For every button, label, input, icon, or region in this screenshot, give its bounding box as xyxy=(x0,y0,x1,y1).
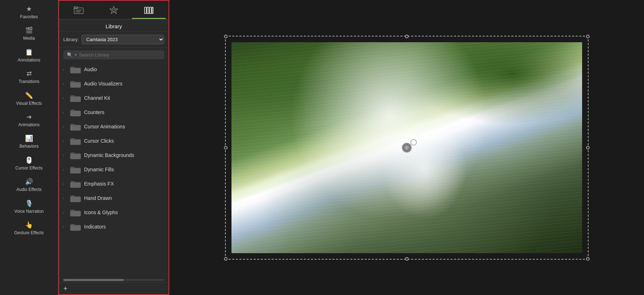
behaviors-icon: 📊 xyxy=(25,134,33,142)
svg-rect-7 xyxy=(145,7,146,14)
audio-effects-icon: 🔊 xyxy=(25,178,33,186)
handle-top-left[interactable] xyxy=(224,35,228,38)
sidebar-item-voice-narration[interactable]: 🎙️Voice Narration xyxy=(0,196,58,217)
handle-middle-left[interactable] xyxy=(224,146,228,149)
sidebar-item-label-cursor-effects: Cursor Effects xyxy=(15,166,43,171)
list-item-label: Counters xyxy=(84,109,104,115)
handle-bottom-center[interactable] xyxy=(405,257,409,261)
chevron-right-icon: › xyxy=(63,68,67,72)
chevron-right-icon: › xyxy=(63,168,67,172)
list-item-label: Audio Visualizers xyxy=(84,81,122,87)
list-item-label: Emphasis FX xyxy=(84,181,114,187)
folder-icon xyxy=(70,208,81,217)
chevron-right-icon: › xyxy=(63,125,67,129)
library-title: Library xyxy=(59,20,169,32)
add-button[interactable]: + xyxy=(63,285,68,292)
list-item[interactable]: › Dynamic Fills xyxy=(59,162,169,177)
folder-icon xyxy=(70,79,81,88)
list-item[interactable]: › Dynamic Backgrounds xyxy=(59,148,169,162)
sidebar-item-favorites[interactable]: ★Favorites xyxy=(0,1,58,23)
list-item[interactable]: › Cursor Clicks xyxy=(59,134,169,148)
library-tabs xyxy=(59,1,169,20)
tab-effects[interactable] xyxy=(97,3,131,19)
favorites-icon: ★ xyxy=(26,5,32,13)
list-item[interactable]: › Audio Visualizers xyxy=(59,77,169,91)
sidebar-item-audio-effects[interactable]: 🔊Audio Effects xyxy=(0,174,58,196)
chevron-down-icon: ▾ xyxy=(75,53,77,57)
sidebar-item-annotations[interactable]: 📋Annotations xyxy=(0,45,58,66)
sidebar-item-label-annotations: Annotations xyxy=(18,58,40,63)
svg-point-6 xyxy=(113,9,115,11)
chevron-right-icon: › xyxy=(63,82,67,86)
canvas-area: ⊕ xyxy=(169,0,644,295)
list-item-label: Icons & Glyphs xyxy=(84,210,118,215)
folder-icon xyxy=(70,193,81,203)
folder-icon xyxy=(70,179,81,188)
scrollbar-thumb xyxy=(63,279,124,281)
visual-effects-icon: ✏️ xyxy=(25,92,33,99)
chevron-right-icon: › xyxy=(63,139,67,143)
list-item[interactable]: › Channel Kit xyxy=(59,91,169,105)
chevron-right-icon: › xyxy=(63,110,67,114)
handle-top-right[interactable] xyxy=(586,35,590,38)
tab-library[interactable] xyxy=(132,3,166,19)
sidebar-item-label-audio-effects: Audio Effects xyxy=(16,187,42,192)
tab-media[interactable] xyxy=(62,3,96,19)
sidebar-item-label-media: Media xyxy=(23,36,35,41)
sidebar-item-label-transitions: Transitions xyxy=(19,79,39,84)
search-bar: 🔍 ▾ xyxy=(63,50,164,59)
canvas-image[interactable]: ⊕ xyxy=(231,42,582,253)
library-panel: Library Library: Camtasia 2023Camtasia 2… xyxy=(58,0,169,295)
orbit-handle[interactable] xyxy=(410,139,417,146)
list-item-label: Cursor Clicks xyxy=(84,138,114,144)
sidebar-item-cursor-effects[interactable]: 🖱️Cursor Effects xyxy=(0,153,58,174)
handle-middle-right[interactable] xyxy=(586,146,590,149)
search-input[interactable] xyxy=(79,52,161,58)
annotations-icon: 📋 xyxy=(25,48,33,56)
folder-icon xyxy=(70,151,81,160)
list-item[interactable]: › Cursor Animations xyxy=(59,119,169,134)
handle-bottom-left[interactable] xyxy=(224,257,228,261)
handle-bottom-right[interactable] xyxy=(586,257,590,261)
folder-icon xyxy=(70,136,81,146)
folder-icon xyxy=(70,222,81,231)
list-item[interactable]: › Hand Drawn xyxy=(59,191,169,205)
list-item[interactable]: › Emphasis FX xyxy=(59,177,169,191)
horizontal-scrollbar[interactable] xyxy=(63,279,164,281)
list-item[interactable]: › Indicators xyxy=(59,220,169,234)
folder-icon xyxy=(70,122,81,131)
folder-icon xyxy=(70,108,81,117)
sidebar-item-visual-effects[interactable]: ✏️Visual Effects xyxy=(0,88,58,109)
folder-icon xyxy=(70,165,81,174)
sidebar-item-label-gesture-effects: Gesture Effects xyxy=(14,230,44,235)
chevron-right-icon: › xyxy=(63,96,67,100)
library-select[interactable]: Camtasia 2023Camtasia 2022Custom Library xyxy=(82,35,164,44)
sidebar-item-label-favorites: Favorites xyxy=(20,14,38,19)
list-item[interactable]: › Audio xyxy=(59,62,169,77)
svg-marker-5 xyxy=(110,6,118,14)
handle-top-center[interactable] xyxy=(405,35,409,38)
transitions-icon: ⇄ xyxy=(26,70,32,78)
library-selector: Library: Camtasia 2023Camtasia 2022Custo… xyxy=(59,32,169,48)
svg-rect-10 xyxy=(152,7,153,14)
move-icon: ⊕ xyxy=(402,143,412,153)
sidebar-item-gesture-effects[interactable]: 👆Gesture Effects xyxy=(0,217,58,239)
sidebar-item-behaviors[interactable]: 📊Behaviors xyxy=(0,131,58,152)
sidebar-item-label-behaviors: Behaviors xyxy=(19,144,38,149)
sidebar-item-transitions[interactable]: ⇄Transitions xyxy=(0,66,58,88)
list-item-label: Audio xyxy=(84,67,97,72)
svg-rect-9 xyxy=(150,7,151,14)
list-item[interactable]: › Counters xyxy=(59,105,169,119)
sidebar-item-label-voice-narration: Voice Narration xyxy=(14,209,44,214)
chevron-right-icon: › xyxy=(63,225,67,229)
library-selector-label: Library: xyxy=(63,37,79,42)
chevron-right-icon: › xyxy=(63,211,67,215)
folder-icon xyxy=(70,65,81,74)
list-item[interactable]: › Icons & Glyphs xyxy=(59,205,169,220)
chevron-right-icon: › xyxy=(63,153,67,157)
search-icon: 🔍 xyxy=(67,52,73,58)
sidebar-item-label-animations: Animations xyxy=(18,122,39,127)
sidebar-item-animations[interactable]: ➜Animations xyxy=(0,109,58,131)
canvas-frame: ⊕ xyxy=(231,42,582,253)
sidebar-item-media[interactable]: 🎬Media xyxy=(0,23,58,44)
